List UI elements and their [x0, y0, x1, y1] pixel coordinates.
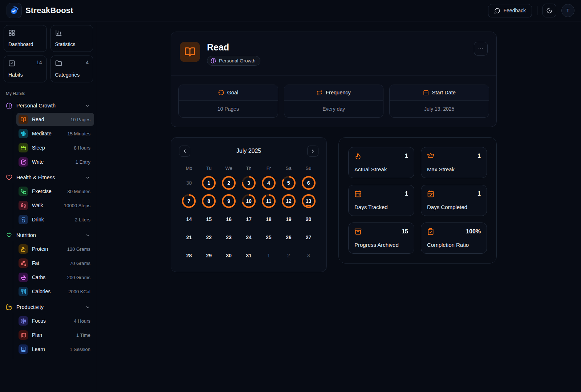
calendar-day[interactable]: 3 [242, 176, 256, 190]
sidebar-habit-plan[interactable]: Plan1 Time [16, 328, 94, 342]
stat-value: 15 [402, 228, 408, 235]
stats-panel: 1Actual Streak1Max Streak1Days Tracked1D… [338, 137, 497, 264]
repeat-icon [317, 90, 322, 95]
category-header-nutrition[interactable]: Nutrition [3, 229, 94, 241]
nav-card-label: Dashboard [8, 41, 42, 47]
day-number: 3 [247, 180, 250, 186]
calendar-day[interactable]: 7 [182, 194, 196, 208]
day-number: 22 [206, 234, 212, 240]
bar-chart-icon [55, 29, 62, 36]
feedback-button[interactable]: Feedback [488, 4, 532, 17]
calendar-day[interactable]: 4 [262, 176, 276, 190]
category-group: Personal GrowthRead10 PagesMeditate15 Mi… [3, 100, 94, 172]
calendar-day[interactable]: 11 [262, 194, 276, 208]
calendar-day[interactable]: 1 [262, 249, 276, 262]
calendar-day[interactable]: 21 [182, 230, 196, 244]
square-check-icon [8, 60, 15, 67]
sidebar-habit-drink[interactable]: Drink2 Liters [16, 213, 94, 226]
sidebar-habit-learn[interactable]: Learn1 Session [16, 343, 94, 356]
calendar-day[interactable]: 31 [242, 249, 256, 262]
sidebar-habit-focus[interactable]: Focus4 Hours [16, 314, 94, 327]
calendar-day[interactable]: 8 [202, 194, 216, 208]
sidebar-habit-protein[interactable]: Protein120 Grams [16, 242, 94, 256]
sidebar-habit-sleep[interactable]: Sleep8 Hours [16, 141, 94, 154]
stat-value: 100% [466, 228, 481, 235]
calendar-next-button[interactable] [307, 146, 318, 157]
sidebar-habit-meditate[interactable]: Meditate15 Minutes [16, 127, 94, 140]
nav-card-label: Habits [8, 72, 42, 78]
calendar-day[interactable]: 12 [282, 194, 296, 208]
day-number: 9 [227, 198, 230, 204]
weekday-label: Tu [206, 166, 212, 172]
dumbbell-icon [19, 187, 28, 196]
stat-label: Days Completed [427, 204, 481, 210]
sidebar-habit-write[interactable]: Write1 Entry [16, 155, 94, 168]
day-number: 1 [207, 180, 210, 186]
sidebar-habit-walk[interactable]: Walk10000 Steps [16, 199, 94, 212]
calendar-day[interactable]: 29 [202, 249, 216, 262]
calendar-day[interactable]: 25 [262, 230, 276, 244]
day-number: 20 [306, 216, 312, 222]
footprints-icon [19, 201, 28, 210]
calendar-day[interactable]: 26 [282, 230, 296, 244]
sidebar-card-categories[interactable]: 4Categories [50, 56, 94, 82]
habit-goal-value: 15 Minutes [67, 131, 90, 136]
day-number: 21 [186, 234, 192, 240]
calendar-day[interactable]: 22 [202, 230, 216, 244]
calendar-day[interactable]: 2 [282, 249, 296, 262]
calendar-day[interactable]: 17 [242, 212, 256, 226]
message-circle-icon [494, 8, 500, 14]
sidebar-habit-calories[interactable]: Calories2000 KCal [16, 285, 94, 298]
calendar-day[interactable]: 1 [202, 176, 216, 190]
weekday-label: Fr [267, 166, 271, 172]
category-name: Personal Growth [16, 103, 81, 109]
category-header-health-fitness[interactable]: Health & Fitness [3, 172, 94, 183]
calendar-day[interactable]: 30 [222, 249, 236, 262]
sidebar-habit-fat[interactable]: Fat70 Grams [16, 257, 94, 270]
sidebar-habit-exercise[interactable]: Exercise30 Minutes [16, 185, 94, 198]
calendar-day[interactable]: 24 [242, 230, 256, 244]
habit-name: Walk [32, 203, 60, 208]
habit-menu-button[interactable] [474, 42, 488, 56]
category-name: Productivity [16, 304, 81, 310]
calendar-day[interactable]: 28 [182, 249, 196, 262]
calendar-day[interactable]: 5 [282, 176, 296, 190]
sidebar-card-dashboard[interactable]: Dashboard [4, 25, 47, 52]
avatar[interactable]: T [561, 4, 574, 17]
calendar-day[interactable]: 23 [222, 230, 236, 244]
sidebar-card-habits[interactable]: 14Habits [4, 56, 47, 82]
habit-name: Meditate [32, 131, 63, 136]
calendar-day[interactable]: 16 [222, 212, 236, 226]
habit-goal-value: 1 Time [76, 332, 90, 338]
sidebar-card-statistics[interactable]: Statistics [50, 25, 94, 52]
habit-list: Protein120 GramsFat70 GramsCarbs200 Gram… [13, 241, 94, 301]
habit-goal-value: 70 Grams [70, 261, 90, 266]
category-header-productivity[interactable]: Productivity [3, 301, 94, 313]
nav-card-label: Statistics [55, 41, 89, 47]
stat-label: Completion Ratio [427, 242, 481, 248]
calendar-day[interactable]: 19 [282, 212, 296, 226]
stat-label: Max Streak [427, 166, 481, 172]
calendar-day[interactable]: 3 [302, 249, 316, 262]
habit-goal-value: 200 Grams [67, 275, 90, 280]
day-number: 30 [226, 253, 232, 258]
calendar-prev-button[interactable] [179, 146, 190, 157]
category-header-personal-growth[interactable]: Personal Growth [3, 100, 94, 111]
habit-name: Write [32, 159, 72, 165]
calendar-day[interactable]: 2 [222, 176, 236, 190]
calendar-day[interactable]: 27 [302, 230, 316, 244]
theme-toggle-button[interactable] [543, 4, 556, 17]
calendar-day[interactable]: 15 [202, 212, 216, 226]
sidebar-habit-read[interactable]: Read10 Pages [16, 113, 94, 126]
calendar-day[interactable]: 14 [182, 212, 196, 226]
stat-card-actual-streak: 1Actual Streak [348, 147, 414, 178]
calendar-day[interactable]: 30 [182, 176, 196, 190]
calendar-day-today[interactable]: 13 [302, 194, 316, 208]
calendar-day[interactable]: 10 [242, 194, 256, 208]
sidebar-habit-carbs[interactable]: Carbs200 Grams [16, 271, 94, 284]
calendar-day[interactable]: 9 [222, 194, 236, 208]
stat-value: 1 [478, 191, 481, 197]
calendar-day[interactable]: 6 [302, 176, 316, 190]
calendar-day[interactable]: 18 [262, 212, 276, 226]
calendar-day[interactable]: 20 [302, 212, 316, 226]
